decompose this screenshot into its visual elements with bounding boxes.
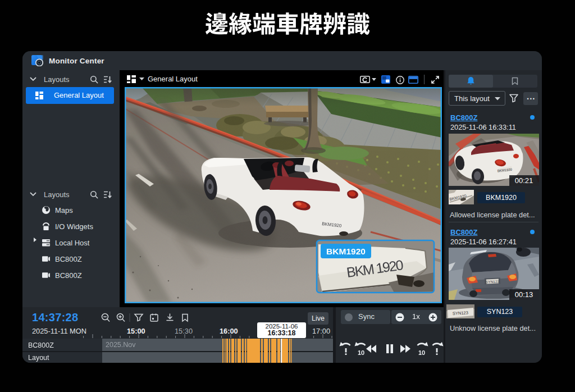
svg-text:Layout: Layout <box>28 354 49 362</box>
svg-text:BC800Z: BC800Z <box>28 341 54 349</box>
svg-text:00:21: 00:21 <box>515 176 533 185</box>
svg-text:00:13: 00:13 <box>515 290 533 299</box>
svg-text:SYN123: SYN123 <box>486 280 500 284</box>
svg-text:10: 10 <box>358 349 364 356</box>
svg-text:SYN123: SYN123 <box>453 310 468 316</box>
svg-text:10: 10 <box>418 349 425 356</box>
svg-text:2025.Nov: 2025.Nov <box>106 341 136 349</box>
svg-text:BKM1920: BKM1920 <box>326 247 366 256</box>
